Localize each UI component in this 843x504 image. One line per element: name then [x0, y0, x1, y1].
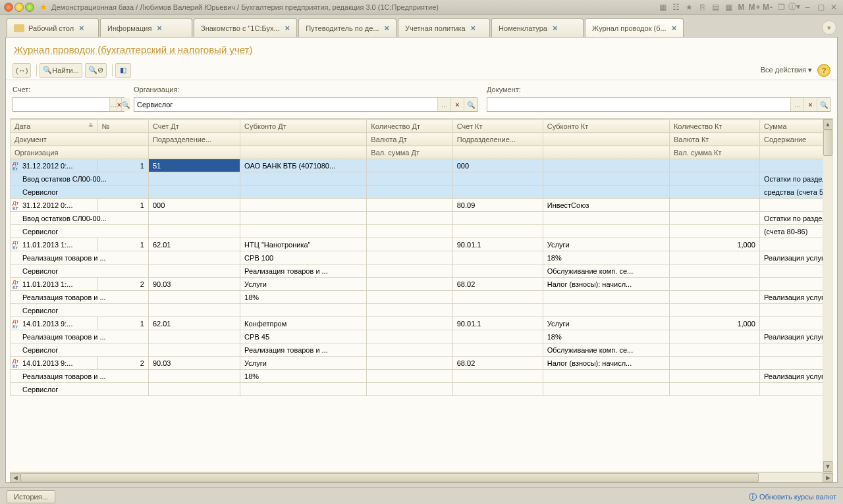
help-button[interactable]: ?: [817, 64, 830, 77]
close-icon[interactable]: ✕: [829, 2, 839, 13]
more-tabs-button[interactable]: ▾: [822, 20, 836, 35]
filter-account-input[interactable]: [13, 98, 109, 111]
table-row[interactable]: 11.01.2013 1:...162.01НТЦ "Нанотроника"9…: [11, 238, 834, 251]
all-actions-menu[interactable]: Все действия ▾: [761, 66, 812, 74]
scroll-thumb[interactable]: [20, 473, 759, 482]
windows-icon[interactable]: ❐: [776, 2, 786, 13]
entries-grid[interactable]: Дата≞№Счет ДтСубконто ДтКоличество ДтСче…: [10, 119, 833, 472]
tab[interactable]: Знакомство с "1С:Бух...×: [194, 18, 297, 37]
nav-fwd-icon[interactable]: [25, 3, 34, 12]
tab-close-icon[interactable]: ×: [471, 23, 476, 33]
clear-button[interactable]: ×: [117, 98, 121, 111]
table-row[interactable]: Сервислог: [11, 304, 834, 317]
calculator-icon[interactable]: ▤: [710, 2, 721, 13]
tab-close-icon[interactable]: ×: [157, 23, 162, 33]
column-header[interactable]: Валюта Кт: [669, 133, 759, 146]
column-header[interactable]: Счет Кт: [452, 120, 543, 133]
scroll-thumb[interactable]: [823, 130, 832, 156]
tab[interactable]: Номенклатура×: [491, 18, 584, 37]
mem-mminus[interactable]: M-: [763, 2, 773, 13]
nav-back-icon[interactable]: [14, 3, 24, 12]
tab-close-icon[interactable]: ×: [285, 23, 290, 33]
table-row[interactable]: Ввод остатков СЛ00-00...Остатки по разде…: [11, 212, 834, 225]
vertical-scrollbar[interactable]: ▲ ▼: [823, 119, 833, 472]
tab-close-icon[interactable]: ×: [385, 23, 390, 33]
column-header[interactable]: Количество Дт: [367, 120, 452, 133]
table-row[interactable]: Реализация товаров и ...СРВ 4518%Реализа…: [11, 330, 834, 343]
column-header[interactable]: Документ: [11, 133, 149, 146]
tab[interactable]: Информация×: [100, 18, 192, 37]
calendar-icon[interactable]: ▦: [723, 2, 734, 13]
clear-find-button[interactable]: 🔍⊘: [85, 63, 107, 78]
filter-doc-input[interactable]: [487, 98, 790, 111]
mem-m[interactable]: M: [736, 2, 747, 13]
column-header[interactable]: [543, 133, 669, 146]
tab[interactable]: Рабочий стол×: [7, 18, 99, 37]
history-button[interactable]: История...: [7, 490, 55, 503]
table-row[interactable]: 31.12.2012 0:...151ОАО БАНК ВТБ (4071080…: [11, 159, 834, 172]
minimize-icon[interactable]: –: [802, 2, 813, 13]
column-header[interactable]: [148, 146, 240, 159]
mem-mplus[interactable]: M+: [749, 2, 760, 13]
column-header[interactable]: Валюта Дт: [367, 133, 452, 146]
tab-close-icon[interactable]: ×: [672, 23, 677, 33]
select-button[interactable]: …: [437, 98, 450, 111]
column-header[interactable]: [240, 146, 367, 159]
tool-icon[interactable]: ★: [684, 2, 694, 13]
column-header[interactable]: Счет Дт: [148, 120, 240, 133]
scroll-track[interactable]: [823, 130, 832, 461]
favorite-icon[interactable]: ★: [40, 2, 47, 12]
tab[interactable]: Учетная политика×: [398, 18, 490, 37]
column-header[interactable]: Количество Кт: [669, 120, 759, 133]
table-row[interactable]: Реализация товаров и ...18%Реализация ус…: [11, 291, 834, 304]
lookup-button[interactable]: 🔍: [464, 98, 477, 111]
column-header[interactable]: Вал. сумма Дт: [367, 146, 452, 159]
clear-button[interactable]: ×: [803, 98, 817, 111]
table-row[interactable]: СервислогРеализация товаров и ...Обслужи…: [11, 265, 834, 278]
table-row[interactable]: 11.01.2013 1:...290.03Услуги68.02Налог (…: [11, 278, 834, 291]
lookup-button[interactable]: 🔍: [817, 98, 830, 111]
update-rates-link[interactable]: i Обновить курсы валют: [749, 493, 836, 501]
scroll-up-button[interactable]: ▲: [823, 119, 832, 130]
info-icon[interactable]: ⓘ▾: [789, 2, 800, 13]
table-row[interactable]: 14.01.2013 9:...162.01Конфетпром90.01.1У…: [11, 317, 834, 330]
lookup-button[interactable]: 🔍: [121, 98, 130, 111]
dt-kt-button[interactable]: ◧: [115, 63, 131, 78]
column-header[interactable]: Субконто Дт: [240, 120, 367, 133]
select-button[interactable]: …: [109, 98, 117, 111]
table-row[interactable]: СервислогРеализация товаров и ...Обслужи…: [11, 343, 834, 357]
table-row[interactable]: 31.12.2012 0:...100080.09ИнвестСоюз10: [11, 199, 834, 212]
horizontal-scrollbar[interactable]: ◀ ▶: [10, 472, 833, 482]
filter-org-input[interactable]: [134, 98, 437, 111]
table-row[interactable]: Сервислог: [11, 383, 834, 396]
expand-button[interactable]: (↔): [13, 63, 31, 78]
clear-button[interactable]: ×: [450, 98, 464, 111]
tab[interactable]: Журнал проводок (б...×: [585, 18, 684, 37]
tool-icon[interactable]: ▦: [657, 2, 668, 13]
select-button[interactable]: …: [790, 98, 803, 111]
column-header[interactable]: Подразделение...: [148, 133, 240, 146]
scroll-left-button[interactable]: ◀: [10, 473, 20, 482]
column-header[interactable]: Субконто Кт: [543, 120, 669, 133]
column-header[interactable]: [543, 146, 669, 159]
table-row[interactable]: Реализация товаров и ...СРВ 10018%Реализ…: [11, 251, 834, 265]
tab-close-icon[interactable]: ×: [79, 23, 84, 33]
tool-icon[interactable]: ☷: [670, 2, 681, 13]
table-row[interactable]: Ввод остатков СЛ00-00...Остатки по разде…: [11, 172, 834, 186]
maximize-icon[interactable]: ▢: [815, 2, 826, 13]
column-header[interactable]: Подразделение...: [452, 133, 543, 146]
scroll-down-button[interactable]: ▼: [823, 461, 832, 472]
find-button[interactable]: 🔍 Найти...: [40, 63, 82, 78]
column-header[interactable]: [452, 146, 543, 159]
table-row[interactable]: Сервислогсредства (счета 50-58): [11, 186, 834, 199]
column-header[interactable]: Дата≞: [11, 120, 98, 133]
column-header[interactable]: [240, 133, 367, 146]
table-row[interactable]: Реализация товаров и ...18%Реализация ус…: [11, 370, 834, 383]
tab[interactable]: Путеводитель по де...×: [298, 18, 396, 37]
tab-close-icon[interactable]: ×: [553, 23, 558, 33]
table-row[interactable]: 14.01.2013 9:...290.03Услуги68.02Налог (…: [11, 357, 834, 370]
scroll-right-button[interactable]: ▶: [823, 473, 833, 482]
scroll-track[interactable]: [20, 473, 823, 482]
column-header[interactable]: Организация: [11, 146, 149, 159]
column-header[interactable]: №: [97, 120, 148, 133]
